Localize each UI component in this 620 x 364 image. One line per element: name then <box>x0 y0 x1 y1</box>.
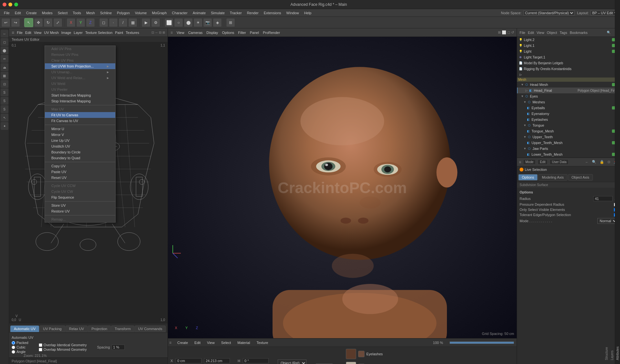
sidebar-texture[interactable]: ▦ <box>1 72 8 79</box>
point-mode[interactable]: · <box>109 18 118 27</box>
ctx-uv-weld[interactable]: UV Weld <box>45 81 115 87</box>
minimize-button[interactable] <box>8 3 12 6</box>
camera-btn[interactable]: 📷 <box>203 18 212 27</box>
snap-btn[interactable]: ⊞ <box>226 18 235 27</box>
ctx-add-uv-pins[interactable]: Add UV Pins <box>45 46 115 52</box>
menu-create[interactable]: Create <box>24 9 39 16</box>
uv-menu-layer[interactable]: Layer <box>74 31 83 35</box>
size-x-input[interactable] <box>204 358 230 363</box>
packed-option[interactable]: Packed <box>12 341 28 345</box>
tab-texture[interactable]: Texture <box>254 340 270 345</box>
render-btn[interactable]: ▶ <box>141 18 150 27</box>
attr-userdata-btn[interactable]: User Data <box>550 159 569 165</box>
sidebar-arrow[interactable]: ↖ <box>1 114 8 121</box>
attr-tab-options[interactable]: Options <box>518 174 538 181</box>
sidebar-s1[interactable]: S <box>1 88 8 96</box>
sidebar-sculpt[interactable]: ⛰ <box>1 63 8 71</box>
ctx-uv-peeler[interactable]: UV Peeler <box>45 87 115 92</box>
attr-tab-modeling[interactable]: Modeling Axis <box>538 174 567 181</box>
attr-tab-object-axis[interactable]: Object Axis <box>568 174 593 181</box>
tree-header-file[interactable]: File <box>520 31 525 35</box>
ctx-stop-interactive[interactable]: Stop Interactive Mapping <box>45 98 115 104</box>
scale-tool[interactable]: ⤢ <box>53 18 62 27</box>
edge-mode[interactable]: / <box>119 18 128 27</box>
ctx-uv-unwrap[interactable]: UV Unwrap... ▶ <box>45 69 115 75</box>
tree-header-bookmarks[interactable]: Bookmarks <box>570 31 587 35</box>
menu-character[interactable]: Character <box>169 9 190 16</box>
ctx-remap[interactable]: Remap... <box>45 216 115 222</box>
ctx-start-interactive[interactable]: Start Interactive Mapping <box>45 92 115 98</box>
vp-menu-options[interactable]: Options <box>222 31 234 35</box>
menu-animate[interactable]: Animate <box>190 9 208 16</box>
menu-window[interactable]: Window <box>284 9 302 16</box>
menu-help[interactable]: Help <box>302 9 314 16</box>
overlap-identical[interactable]: Overlap Identical Geometry <box>39 343 87 347</box>
rotate-tool[interactable]: ↻ <box>44 18 53 27</box>
cylinder-btn[interactable]: ⬤ <box>184 18 193 27</box>
uv-menu-paint[interactable]: Paint <box>115 31 123 35</box>
redo-button[interactable]: ↪ <box>11 18 20 27</box>
vp-bottom-menu-icon[interactable]: ≡ <box>169 340 171 345</box>
vp-menu-filter[interactable]: Filter <box>238 31 246 35</box>
material-btn[interactable]: ◈ <box>213 18 222 27</box>
undo-button[interactable]: ↩ <box>1 18 10 27</box>
close-button[interactable] <box>3 3 6 6</box>
uv-menu-texture[interactable]: Textures <box>126 31 139 35</box>
light-btn[interactable]: ☀ <box>193 18 202 27</box>
menu-schline[interactable]: Schline <box>98 9 114 16</box>
sidebar-transform[interactable]: ↔ <box>1 30 8 37</box>
ctx-mirror-u[interactable]: Mirror U <box>45 126 115 132</box>
ctx-remove-uv-pins[interactable]: Remove UV Pins <box>45 52 115 57</box>
tree-header-tags[interactable]: Tags <box>560 31 567 35</box>
z-axis-btn[interactable]: Z <box>86 18 95 27</box>
vp-menu-display[interactable]: Display <box>206 31 218 35</box>
tab-automatic-uv[interactable]: Automatic UV <box>10 326 39 332</box>
menu-edit[interactable]: Edit <box>12 9 24 16</box>
viewport-canvas[interactable]: Perspective Visible in Editor View <box>168 37 517 338</box>
menu-file[interactable]: File <box>1 9 12 16</box>
uv-menu-uvmesh[interactable]: UV Mesh <box>44 31 59 35</box>
angle-option[interactable]: Angle <box>12 350 28 354</box>
tab-view[interactable]: View <box>205 340 217 345</box>
polygon-mode[interactable]: ▦ <box>128 18 137 27</box>
ctx-cycle-uv-cw[interactable]: Cycle UV CW <box>45 189 115 194</box>
tab-projection[interactable]: Projection <box>88 326 111 332</box>
tab-relax-uv[interactable]: Relax UV <box>66 326 88 332</box>
uv-menu-file[interactable]: File <box>17 31 23 35</box>
sidebar-brush[interactable]: ⬤ <box>1 47 8 54</box>
ctx-fit-uv-canvas[interactable]: Fit UV to Canvas <box>45 112 115 118</box>
attr-back-btn[interactable]: ← <box>585 160 589 164</box>
ctx-copy-uv[interactable]: Copy UV <box>45 163 115 169</box>
tab-create[interactable]: Create <box>175 340 190 345</box>
maximize-button[interactable] <box>14 3 18 6</box>
tab-select[interactable]: Select <box>219 340 233 345</box>
far-tab-layers[interactable]: Layers <box>610 3 615 363</box>
menu-modes[interactable]: Modes <box>39 9 55 16</box>
uv-header-menu-icon[interactable]: ≡ <box>12 30 14 35</box>
menu-mograph[interactable]: MoGraph <box>149 9 169 16</box>
ctx-restore-uv[interactable]: Restore UV <box>45 208 115 214</box>
menu-tools[interactable]: Tools <box>70 9 84 16</box>
cubic-option[interactable]: Cubic <box>12 345 28 349</box>
sidebar-object[interactable]: ◻ <box>1 38 8 46</box>
coord-mode-dropdown[interactable]: Object (Rel) <box>278 359 306 364</box>
ctx-mirror-v[interactable]: Mirror V <box>45 132 115 138</box>
tree-header-object[interactable]: Object <box>547 31 557 35</box>
tab-edit[interactable]: Edit <box>192 340 202 345</box>
uv-menu-image[interactable]: Image <box>61 31 71 35</box>
uv-canvas[interactable]: 0,1 1,1 0,0 1,0 <box>9 42 168 323</box>
overlap-mirrored[interactable]: Overlap Mirrored Geometry <box>39 348 87 351</box>
render-settings[interactable]: ⚙ <box>151 18 160 27</box>
vp-menu-panel[interactable]: Panel <box>250 31 259 35</box>
far-tab-structure[interactable]: Structure <box>604 3 609 363</box>
vp-menu-prorender[interactable]: ProRender <box>263 31 280 35</box>
uv-menu-view[interactable]: View <box>34 31 42 35</box>
ctx-line-up-uv[interactable]: Line Up UV <box>45 138 115 143</box>
object-mode[interactable]: ◻ <box>99 18 108 27</box>
attr-menu-icon[interactable]: ≡ <box>519 160 521 164</box>
menu-mesh[interactable]: Mesh <box>84 9 98 16</box>
ctx-reset-uv[interactable]: Reset UV <box>45 175 115 181</box>
ctx-flip-sequence[interactable]: Flip Sequence <box>45 194 115 200</box>
sidebar-s2[interactable]: S <box>1 97 8 105</box>
menu-simulate[interactable]: Simulate <box>208 9 227 16</box>
